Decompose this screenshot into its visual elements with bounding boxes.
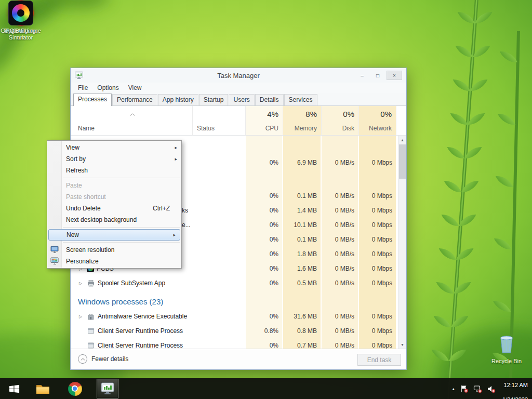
cpu-value: 0% — [245, 159, 283, 166]
network-status-icon[interactable] — [473, 384, 482, 393]
cpu-value: 0% — [245, 207, 283, 214]
cpu-value: 0% — [245, 236, 283, 243]
column-header-cpu[interactable]: 4% CPU — [245, 106, 283, 135]
disk-value: 0 MB/s — [321, 327, 358, 335]
task-manager-taskbar-button-active[interactable] — [97, 379, 118, 398]
memory-value: 0.8 MB — [283, 327, 321, 335]
process-name: Client Server Runtime Process — [98, 342, 183, 349]
close-button[interactable]: × — [387, 71, 402, 80]
personalize-icon — [50, 257, 60, 265]
fewer-details-label: Fewer details — [91, 355, 128, 363]
start-button[interactable] — [0, 378, 28, 399]
network-value: 0 Mbps — [358, 159, 396, 166]
pc-building-simulator-icon — [8, 0, 34, 26]
fewer-details-toggle[interactable]: Fewer details — [78, 354, 128, 364]
minimize-button[interactable]: – — [355, 71, 369, 80]
cpu-value: 0% — [245, 265, 283, 272]
tab-processes[interactable]: Processes — [73, 94, 112, 106]
tray-expand-icon[interactable]: ▲ — [451, 387, 455, 391]
disk-value: 0 MB/s — [321, 342, 358, 349]
action-center-flag-icon[interactable] — [460, 384, 469, 393]
process-row-antimalware[interactable]: ▷Antimalware Service Executable 0% 31.6 … — [73, 309, 396, 324]
taskbar-clock[interactable]: 12:12 AM 1/24/2022 — [502, 374, 528, 399]
memory-value: 6.9 MB — [283, 159, 321, 166]
system-process-icon — [87, 327, 95, 335]
footer-bar: Fewer details End task — [71, 349, 406, 369]
chrome-taskbar-button[interactable] — [64, 378, 85, 399]
tab-performance[interactable]: Performance — [112, 94, 157, 105]
tab-services[interactable]: Services — [284, 94, 317, 105]
menu-view[interactable]: View — [124, 83, 147, 92]
expand-arrow-icon[interactable]: ▷ — [77, 281, 84, 286]
tab-details[interactable]: Details — [255, 94, 284, 105]
column-header-disk[interactable]: 0% Disk — [321, 106, 358, 135]
cpu-value: 0% — [245, 342, 283, 349]
menu-item-refresh[interactable]: Refresh — [47, 165, 181, 176]
screen-resolution-icon — [50, 246, 60, 254]
disk-value: 0 MB/s — [321, 236, 358, 243]
process-row-spooler[interactable]: ▷Spooler SubSystem App 0% 0.5 MB 0 MB/s … — [73, 276, 396, 290]
cpu-value: 0% — [245, 313, 283, 320]
tab-users[interactable]: Users — [229, 94, 254, 105]
group-header-label: Windows processes (23) — [78, 297, 163, 306]
cpu-value: 0% — [245, 192, 283, 200]
scroll-up-icon[interactable]: ▲ — [398, 136, 406, 144]
network-value: 0 Mbps — [358, 280, 396, 287]
folder-icon — [36, 383, 50, 395]
clock-date: 1/24/2022 — [502, 396, 528, 399]
process-row-csrss[interactable]: Client Server Runtime Process 0.8% 0.8 M… — [73, 324, 396, 338]
submenu-arrow-icon: ▸ — [173, 232, 176, 237]
windows-logo-icon — [8, 383, 20, 395]
network-value: 0 Mbps — [358, 207, 396, 214]
column-header-memory[interactable]: 8% Memory — [283, 106, 321, 135]
expand-arrow-icon[interactable]: ▷ — [77, 314, 84, 319]
network-value: 0 Mbps — [358, 342, 396, 349]
volume-muted-icon[interactable] — [487, 384, 496, 393]
submenu-arrow-icon: ▸ — [175, 156, 177, 162]
disk-value: 0 MB/s — [321, 280, 358, 287]
menu-item-undo-delete[interactable]: Undo DeleteCtrl+Z — [47, 203, 181, 214]
menu-file[interactable]: File — [73, 83, 92, 92]
menu-item-sort-by[interactable]: Sort by▸ — [47, 153, 181, 165]
menu-item-view[interactable]: View▸ — [47, 142, 181, 153]
menu-bar: File Options View — [71, 83, 406, 93]
network-value: 0 Mbps — [358, 236, 396, 243]
desktop-icon-label: PC Building Simulator — [0, 28, 42, 41]
tab-app-history[interactable]: App history — [158, 94, 198, 105]
menu-item-next-desktop-background[interactable]: Next desktop background — [47, 214, 181, 225]
scrollbar[interactable]: ▲ ▼ — [398, 136, 406, 349]
submenu-arrow-icon: ▸ — [175, 145, 177, 150]
menu-separator — [63, 227, 180, 228]
memory-value: 0.7 MB — [283, 342, 321, 349]
menu-item-new[interactable]: New▸ — [48, 229, 180, 241]
desktop-icon-pc-building-simulator[interactable]: PC Building Simulator — [0, 0, 42, 41]
menu-item-paste: Paste — [47, 180, 181, 191]
column-header-network[interactable]: 0% Network — [358, 106, 396, 135]
memory-value: 1.6 MB — [283, 265, 321, 272]
cpu-value: 0% — [245, 221, 283, 229]
antimalware-icon — [87, 312, 95, 321]
desktop-icon-recycle-bin[interactable]: Recycle Bin — [486, 330, 527, 365]
desktop-context-menu: View▸ Sort by▸ Refresh Paste Paste short… — [47, 140, 182, 269]
maximize-button[interactable]: □ — [371, 71, 384, 80]
column-headers: Name Status 4% CPU 8% Memory 0% Disk 0% … — [71, 106, 406, 136]
column-header-name[interactable]: Name — [73, 106, 192, 135]
scrollbar-thumb[interactable] — [399, 144, 406, 179]
file-explorer-button[interactable] — [32, 378, 53, 399]
taskbar: ▲ 12:12 AM 1/24/2022 — [0, 378, 532, 399]
tab-startup[interactable]: Startup — [199, 94, 229, 105]
process-row-csrss[interactable]: Client Server Runtime Process 0% 0.7 MB … — [73, 338, 396, 349]
column-header-status[interactable]: Status — [192, 106, 245, 135]
desktop-icon-label: Recycle Bin — [491, 358, 522, 365]
menu-item-screen-resolution[interactable]: Screen resolution — [47, 244, 181, 256]
process-name: Spooler SubSystem App — [98, 280, 165, 287]
menu-options[interactable]: Options — [92, 83, 123, 92]
network-value: 0 Mbps — [358, 192, 396, 200]
menu-item-personalize[interactable]: Personalize — [47, 256, 181, 267]
tab-strip: Processes Performance App history Startu… — [71, 93, 406, 106]
process-group-header-windows[interactable]: Windows processes (23) — [73, 294, 396, 309]
memory-value: 10.1 MB — [283, 221, 321, 229]
scroll-down-icon[interactable]: ▼ — [398, 340, 406, 349]
title-bar[interactable]: Task Manager – □ × — [71, 68, 406, 83]
disk-value: 0 MB/s — [321, 265, 358, 272]
